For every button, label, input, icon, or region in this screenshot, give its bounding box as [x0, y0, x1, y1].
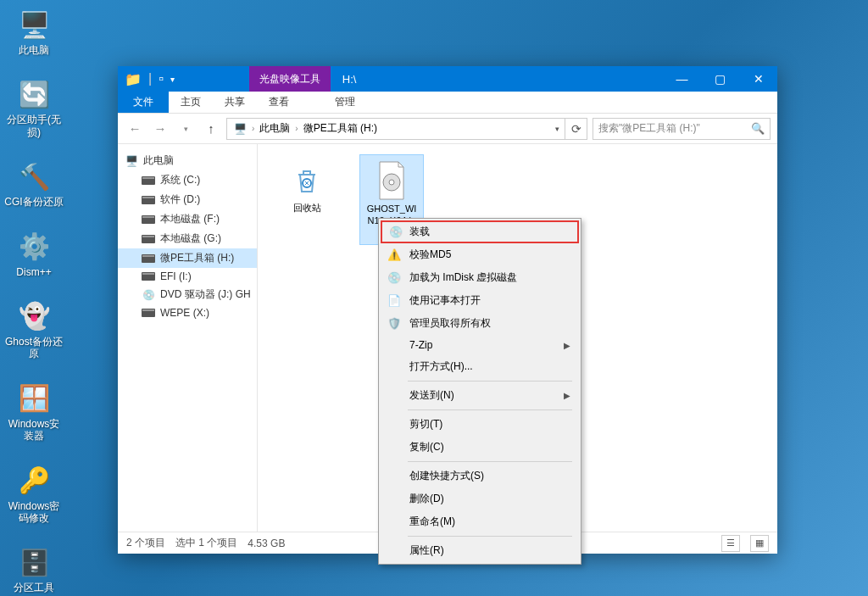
cm-7zip[interactable]: 7-Zip ▶: [381, 335, 579, 355]
drive-icon: [142, 175, 155, 187]
pc-icon[interactable]: 🖥️此电脑: [0, 0, 68, 63]
tree-item-label: 本地磁盘 (G:): [160, 231, 221, 246]
cm-mount[interactable]: 💿 装载: [381, 220, 579, 243]
partition-assistant-icon[interactable]: 🔄分区助手(无损): [0, 70, 68, 145]
search-icon[interactable]: 🔍: [751, 122, 765, 135]
partition-assistant-icon-label: 分区助手(无损): [3, 114, 64, 138]
qat-dropdown-icon[interactable]: ▾: [170, 75, 175, 84]
notepad-icon: 📄: [387, 294, 401, 308]
view-icons-button[interactable]: ▦: [750, 535, 769, 552]
ribbon-file[interactable]: 文件: [118, 92, 169, 113]
tool-tab: 光盘映像工具: [249, 66, 331, 92]
windows-installer-icon[interactable]: 🪟Windows安装器: [0, 374, 68, 449]
cm-delete[interactable]: 删除(D): [381, 487, 579, 510]
context-menu: 💿 装载 ⚠️ 校验MD5 💿 加载为 ImDisk 虚拟磁盘 📄 使用记事本打…: [378, 218, 581, 565]
tree-item-label: EFI (I:): [160, 270, 192, 282]
desktop: 🖥️此电脑🔄分区助手(无损)🔨CGI备份还原⚙️Dism++👻Ghost备份还原…: [0, 0, 68, 596]
windows-installer-icon-label: Windows安装器: [3, 418, 64, 443]
diskgenius-icon[interactable]: 🗄️分区工具DiskGenius: [0, 538, 68, 596]
cm-admin[interactable]: 🛡️ 管理员取得所有权: [381, 312, 579, 335]
cm-openwith[interactable]: 打开方式(H)...: [381, 355, 579, 378]
ribbon-manage[interactable]: 管理: [323, 92, 367, 113]
back-button[interactable]: ←: [125, 119, 145, 139]
qat-separator: |: [148, 71, 152, 86]
cgi-backup-icon-label: CGI备份还原: [4, 196, 63, 208]
minimize-button[interactable]: —: [663, 66, 701, 92]
dism-icon-label: Dism++: [16, 266, 51, 278]
cm-imdisk[interactable]: 💿 加载为 ImDisk 虚拟磁盘: [381, 266, 579, 289]
breadcrumb-current[interactable]: 微PE工具箱 (H:): [300, 121, 381, 136]
cm-rename[interactable]: 重命名(M): [381, 510, 579, 533]
ghost-backup-icon-label: Ghost备份还原: [3, 336, 64, 360]
chevron-right-icon: ›: [293, 124, 299, 133]
drive-icon: [142, 307, 155, 319]
recycle-bin-item[interactable]: 回收站: [275, 154, 339, 219]
close-button[interactable]: ✕: [739, 66, 777, 92]
breadcrumb-pc-icon[interactable]: 🖥️: [231, 123, 250, 135]
cm-properties[interactable]: 属性(R): [381, 539, 579, 562]
maximize-button[interactable]: ▢: [701, 66, 739, 92]
cm-separator: [408, 409, 572, 410]
cm-notepad[interactable]: 📄 使用记事本打开: [381, 289, 579, 312]
view-details-button[interactable]: ☰: [721, 535, 740, 552]
submenu-arrow-icon: ▶: [564, 391, 570, 400]
window-controls: — ▢ ✕: [663, 66, 777, 92]
cm-separator: [408, 536, 572, 537]
partition-assistant-icon-glyph: 🔄: [16, 76, 52, 112]
drive-icon: [142, 253, 155, 265]
tree-item[interactable]: 本地磁盘 (F:): [118, 209, 257, 229]
tree-item[interactable]: 微PE工具箱 (H:): [118, 248, 257, 268]
windows-installer-icon-glyph: 🪟: [16, 381, 52, 416]
tree-item[interactable]: 本地磁盘 (G:): [118, 229, 257, 248]
ribbon-share[interactable]: 共享: [213, 92, 257, 113]
iso-file-icon: [371, 160, 412, 201]
search-placeholder: 搜索"微PE工具箱 (H:)": [598, 121, 700, 136]
nav-bar: ← → ▾ ↑ 🖥️ › 此电脑 › 微PE工具箱 (H:) ▾ ⟳ 搜索"微P…: [118, 114, 777, 144]
forward-button[interactable]: →: [150, 119, 170, 139]
cm-separator: [408, 461, 572, 462]
tree-root-label: 此电脑: [143, 153, 174, 168]
tree-item[interactable]: 软件 (D:): [118, 190, 257, 209]
recent-dropdown[interactable]: ▾: [175, 119, 196, 139]
cm-cut[interactable]: 剪切(T): [381, 413, 579, 436]
refresh-button[interactable]: ⟳: [565, 119, 587, 139]
ribbon: 文件 主页 共享 查看 管理: [118, 92, 777, 114]
svg-point-2: [389, 180, 394, 185]
nav-tree: 🖥️ 此电脑 系统 (C:)软件 (D:)本地磁盘 (F:)本地磁盘 (G:)微…: [118, 144, 258, 532]
folder-icon: 📁: [125, 71, 142, 87]
title-drive-label: H:\: [331, 73, 369, 86]
tree-item-label: DVD 驱动器 (J:) GH: [160, 287, 251, 302]
ghost-backup-icon[interactable]: 👻Ghost备份还原: [0, 292, 68, 367]
recycle-bin-label: 回收站: [293, 202, 321, 214]
cm-copy[interactable]: 复制(C): [381, 436, 579, 459]
up-button[interactable]: ↑: [201, 119, 221, 139]
breadcrumb-dropdown[interactable]: ▾: [549, 119, 565, 139]
status-count: 2 个项目: [126, 536, 165, 550]
cm-shortcut[interactable]: 创建快捷方式(S): [381, 465, 579, 487]
cgi-backup-icon[interactable]: 🔨CGI备份还原: [0, 152, 68, 214]
password-change-icon[interactable]: 🔑Windows密码修改: [0, 456, 68, 532]
shield-icon: 🛡️: [387, 317, 401, 331]
dism-icon[interactable]: ⚙️Dism++: [0, 222, 68, 285]
tree-item[interactable]: EFI (I:): [118, 268, 257, 285]
ribbon-view[interactable]: 查看: [257, 92, 301, 113]
password-change-icon-label: Windows密码修改: [3, 500, 64, 525]
tree-item[interactable]: WEPE (X:): [118, 304, 257, 321]
title-bar: 📁 | ▫ ▾ 光盘映像工具 H:\ — ▢ ✕: [118, 66, 777, 92]
tree-item[interactable]: 系统 (C:): [118, 170, 257, 190]
cm-sendto[interactable]: 发送到(N) ▶: [381, 384, 579, 407]
breadcrumb[interactable]: 🖥️ › 此电脑 › 微PE工具箱 (H:) ▾ ⟳: [226, 118, 587, 140]
diskgenius-icon-glyph: 🗄️: [16, 544, 52, 580]
submenu-arrow-icon: ▶: [564, 341, 570, 350]
tree-item-label: 软件 (D:): [160, 192, 200, 207]
tree-item-label: 系统 (C:): [160, 173, 200, 187]
qat-save-icon[interactable]: ▫: [159, 71, 164, 86]
ribbon-home[interactable]: 主页: [169, 92, 213, 113]
search-input[interactable]: 搜索"微PE工具箱 (H:)" 🔍: [593, 118, 771, 140]
tree-root-pc[interactable]: 🖥️ 此电脑: [118, 151, 257, 170]
tree-item[interactable]: 💿DVD 驱动器 (J:) GH: [118, 285, 257, 304]
pc-icon-label: 此电脑: [19, 44, 49, 56]
breadcrumb-root[interactable]: 此电脑: [256, 121, 293, 136]
drive-icon: [142, 194, 155, 206]
cm-md5[interactable]: ⚠️ 校验MD5: [381, 243, 579, 266]
